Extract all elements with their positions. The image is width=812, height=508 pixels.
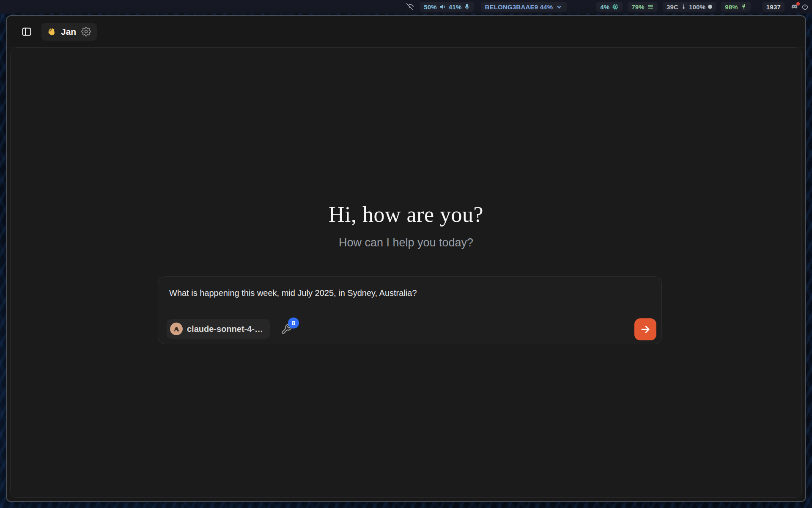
jan-app-window: Jan Hi, how are you? How can I help you … bbox=[6, 15, 806, 502]
system-tray bbox=[790, 3, 809, 11]
wifi-icon bbox=[555, 3, 563, 10]
model-name: claude-sonnet-4-… bbox=[187, 324, 263, 334]
message-input[interactable]: What is happening this week, mid July 20… bbox=[169, 287, 650, 299]
status-network[interactable]: BELONG3BAAE9 44% bbox=[481, 2, 567, 12]
wave-icon bbox=[47, 27, 57, 36]
greeting-subtitle: How can I help you today? bbox=[11, 236, 801, 249]
send-button[interactable] bbox=[634, 318, 656, 340]
battery-value: 98% bbox=[725, 3, 738, 11]
greeting-heading: Hi, how are you? bbox=[11, 202, 801, 227]
thermometer-icon bbox=[681, 3, 686, 10]
cpu-usage-value: 79% bbox=[631, 3, 645, 11]
speaker-icon bbox=[439, 3, 446, 10]
status-cpu[interactable]: 79% bbox=[628, 2, 658, 12]
status-thermal[interactable]: 39C 100% bbox=[663, 2, 716, 12]
network-ssid-strength: BELONG3BAAE9 44% bbox=[485, 3, 553, 11]
status-gpu[interactable]: 4% bbox=[596, 2, 623, 12]
app-title: Jan bbox=[61, 27, 76, 37]
status-audio[interactable]: 50% 41% bbox=[420, 2, 474, 12]
sidebar-toggle-button[interactable] bbox=[20, 25, 33, 38]
chat-content-area: Hi, how are you? How can I help you toda… bbox=[10, 47, 802, 498]
temperature-value: 39C bbox=[667, 3, 678, 11]
eye-off-icon[interactable] bbox=[406, 3, 414, 11]
circle-icon bbox=[708, 5, 712, 9]
microphone-icon bbox=[464, 3, 470, 10]
model-selector[interactable]: claude-sonnet-4-… bbox=[167, 319, 270, 339]
gear-icon[interactable] bbox=[81, 27, 91, 36]
status-power[interactable]: 98% bbox=[721, 2, 751, 12]
tools-button[interactable]: 8 bbox=[281, 323, 292, 335]
gpu-usage-value: 4% bbox=[600, 3, 609, 11]
volume-value: 50% bbox=[424, 3, 437, 11]
message-composer[interactable]: What is happening this week, mid July 20… bbox=[158, 276, 662, 344]
arrow-right-icon bbox=[640, 324, 651, 335]
thermal-level-value: 100% bbox=[689, 3, 705, 11]
composer-controls: claude-sonnet-4-… 8 bbox=[167, 319, 292, 339]
mic-level-value: 41% bbox=[449, 3, 462, 11]
titlebar: Jan bbox=[7, 16, 805, 47]
tools-count-badge: 8 bbox=[288, 318, 299, 329]
status-bar: 50% 41% BELONG3BAAE9 44% 4% bbox=[0, 0, 812, 14]
list-icon bbox=[647, 3, 654, 10]
status-clock[interactable]: 1937 bbox=[763, 2, 785, 12]
welcome-block: Hi, how are you? How can I help you toda… bbox=[11, 202, 801, 249]
anthropic-logo bbox=[170, 323, 183, 335]
power-icon[interactable] bbox=[801, 3, 809, 11]
discord-icon[interactable] bbox=[790, 3, 798, 10]
notification-dot bbox=[796, 2, 800, 6]
cpu-chip-icon bbox=[612, 3, 619, 10]
thread-title-pill[interactable]: Jan bbox=[41, 23, 97, 41]
clock-time: 1937 bbox=[766, 3, 781, 11]
plug-icon bbox=[741, 3, 747, 10]
